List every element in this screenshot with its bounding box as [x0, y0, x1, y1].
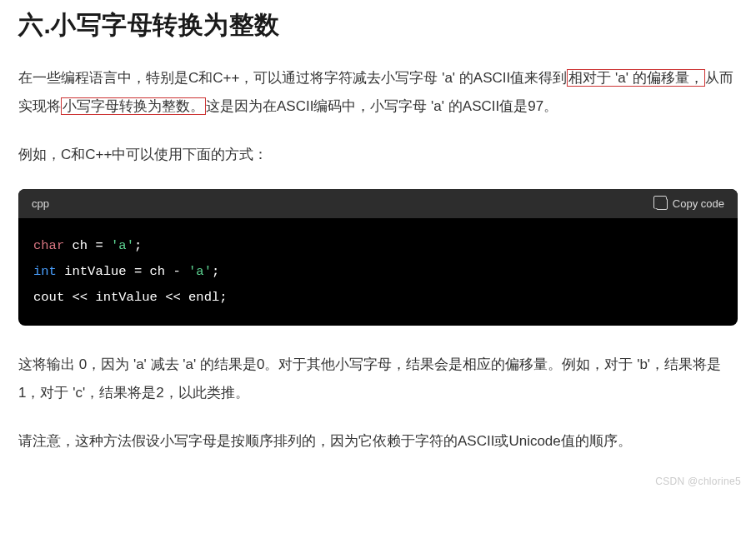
code-token: cout << intValue << endl; — [33, 290, 228, 305]
code-language-label: cpp — [32, 197, 49, 210]
paragraph-example-lead: 例如，C和C++中可以使用下面的方式： — [18, 141, 738, 169]
code-token: intValue = ch - — [57, 264, 188, 279]
code-line: int intValue = ch - 'a'; — [33, 259, 723, 285]
code-token-string: 'a' — [111, 238, 134, 253]
copy-code-button[interactable]: Copy code — [656, 197, 724, 210]
code-token-keyword: char — [33, 238, 64, 253]
paragraph-output: 这将输出 0，因为 'a' 减去 'a' 的结果是0。对于其他小写字母，结果会是… — [18, 351, 738, 407]
code-token: ch = — [64, 238, 111, 253]
code-token-string: 'a' — [188, 264, 212, 279]
watermark-text: CSDN @chlorine5 — [655, 476, 741, 487]
highlighted-text-offset: 相对于 'a' 的偏移量， — [567, 69, 704, 87]
text-fragment: 在一些编程语言中，特别是C和C++，可以通过将字符减去小写字母 'a' 的ASC… — [18, 70, 567, 86]
paragraph-note: 请注意，这种方法假设小写字母是按顺序排列的，因为它依赖于字符的ASCII或Uni… — [18, 427, 738, 456]
highlighted-text-convert: 小写字母转换为整数。 — [61, 97, 206, 115]
clipboard-icon — [656, 198, 668, 210]
code-token: ; — [134, 238, 142, 253]
code-line: char ch = 'a'; — [33, 233, 723, 259]
code-token-type: int — [33, 264, 57, 279]
section-heading: 六.小写字母转换为整数 — [18, 8, 738, 42]
copy-code-label: Copy code — [673, 197, 724, 210]
code-body: char ch = 'a'; int intValue = ch - 'a'; … — [18, 218, 738, 326]
paragraph-intro: 在一些编程语言中，特别是C和C++，可以通过将字符减去小写字母 'a' 的ASC… — [18, 64, 738, 121]
text-fragment: 这是因为在ASCII编码中，小写字母 'a' 的ASCII值是97。 — [206, 98, 558, 114]
code-line: cout << intValue << endl; — [33, 285, 723, 311]
code-token: ; — [212, 264, 219, 279]
code-header: cpp Copy code — [18, 189, 738, 218]
code-block: cpp Copy code char ch = 'a'; int intValu… — [18, 189, 738, 326]
